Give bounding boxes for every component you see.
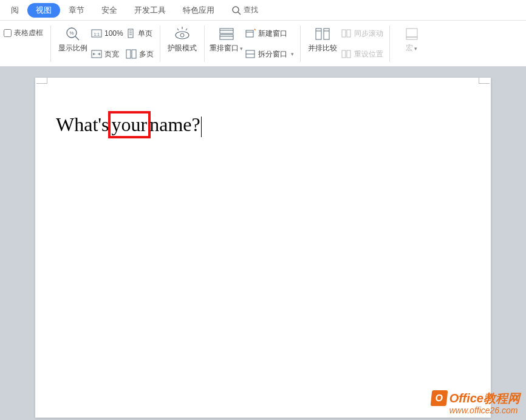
tab-view[interactable]: 视图 <box>27 3 60 18</box>
checkbox-icon[interactable] <box>4 29 12 37</box>
chevron-down-icon: ▾ <box>414 46 417 52</box>
svg-line-3 <box>75 36 79 40</box>
watermark-url: www.office26.com <box>449 406 520 415</box>
svg-rect-17 <box>220 35 233 39</box>
group-window: 重排窗口▾ * 新建窗口 拆分窗口▾ <box>205 23 300 64</box>
svg-text:*: * <box>254 29 256 33</box>
multi-page-label: 多页 <box>139 49 154 59</box>
highlighted-word: your <box>108 111 151 138</box>
svg-rect-16 <box>220 29 233 33</box>
rearrange-window-button[interactable]: 重排窗口▾ <box>210 23 244 62</box>
page-width-label: 页宽 <box>104 49 119 59</box>
split-window-label: 拆分窗口 <box>258 49 287 59</box>
rearrange-label: 重排窗口▾ <box>210 44 243 53</box>
chevron-down-icon: ▾ <box>291 51 294 57</box>
zoom-100-label: 100% <box>104 29 123 38</box>
svg-text:%: % <box>69 30 73 36</box>
svg-rect-29 <box>342 30 346 37</box>
tab-review[interactable]: 阅 <box>2 2 27 18</box>
macros-label: 宏▾ <box>406 44 417 53</box>
split-window-button[interactable]: 拆分窗口▾ <box>244 46 295 62</box>
search-icon <box>231 5 241 15</box>
svg-point-0 <box>233 7 239 13</box>
margin-marker-left <box>36 78 47 84</box>
macros-button[interactable]: 宏▾ <box>395 23 429 62</box>
svg-point-14 <box>176 32 189 39</box>
svg-rect-26 <box>324 29 329 39</box>
tab-devtools[interactable]: 开发工具 <box>126 2 174 18</box>
svg-rect-34 <box>406 37 417 39</box>
multi-page-button[interactable]: 多页 <box>125 46 155 62</box>
side-by-side-label: 并排比较 <box>308 44 337 52</box>
new-window-button[interactable]: * 新建窗口 <box>244 25 295 41</box>
side-by-side-icon <box>314 24 331 44</box>
reset-position-button: 重设位置 <box>340 46 384 62</box>
page-width-button[interactable]: 页宽 <box>90 46 125 62</box>
new-window-icon: * <box>245 29 256 38</box>
text-part-3: name? <box>149 113 200 135</box>
chevron-down-icon: ▾ <box>240 46 243 52</box>
search-label: 查找 <box>244 5 258 15</box>
svg-rect-33 <box>406 29 417 37</box>
page-width-icon <box>91 49 102 59</box>
tab-security[interactable]: 安全 <box>93 2 126 18</box>
sync-scroll-icon <box>341 29 352 38</box>
eye-icon <box>173 24 191 44</box>
reset-position-label: 重设位置 <box>354 49 383 59</box>
svg-rect-12 <box>126 50 131 58</box>
side-by-side-button[interactable]: 并排比较 <box>306 23 340 62</box>
group-compare: 并排比较 同步滚动 重设位置 <box>301 23 389 64</box>
svg-point-15 <box>180 33 184 37</box>
svg-rect-25 <box>316 29 321 39</box>
svg-line-1 <box>238 12 241 15</box>
svg-rect-8 <box>128 29 133 38</box>
search-button[interactable]: 查找 <box>231 5 258 15</box>
zoom-100-button[interactable]: 1:1 100% <box>90 25 125 41</box>
group-eyemode: 护眼模式 <box>160 23 204 64</box>
zoom-ratio-label: 显示比例 <box>58 44 87 52</box>
group-zoom: % 显示比例 1:1 100% 页宽 单页 多页 <box>51 23 160 64</box>
sync-scroll-button: 同步滚动 <box>340 25 384 41</box>
document-text[interactable]: What's your name? <box>56 111 202 138</box>
one-to-one-icon: 1:1 <box>91 29 102 38</box>
office-logo-icon: O <box>430 390 448 406</box>
single-page-label: 单页 <box>138 29 152 39</box>
magnifier-icon: % <box>64 24 81 44</box>
compare-options-col: 同步滚动 重设位置 <box>340 23 384 62</box>
margin-marker-right <box>479 78 490 84</box>
zoom-ratio-button[interactable]: % 显示比例 <box>56 23 90 62</box>
svg-rect-32 <box>347 50 350 58</box>
document-area: What's your name? <box>0 67 526 420</box>
menubar: 阅 视图 章节 安全 开发工具 特色应用 查找 <box>0 0 526 21</box>
new-window-label: 新建窗口 <box>258 29 287 39</box>
multi-page-icon <box>126 49 137 59</box>
watermark-title: Office教程网 <box>449 392 520 405</box>
zoom-options-col1: 1:1 100% 页宽 <box>90 23 125 62</box>
eye-mode-label: 护眼模式 <box>168 44 197 52</box>
group-macros: 宏▾ <box>390 23 434 64</box>
group-gridlines: 表格虚框 <box>1 23 50 64</box>
sync-scroll-label: 同步滚动 <box>354 29 383 39</box>
text-part-2: your <box>112 113 148 135</box>
svg-rect-13 <box>132 50 136 58</box>
svg-rect-31 <box>342 50 346 58</box>
tab-chapter[interactable]: 章节 <box>60 2 93 18</box>
rearrange-icon <box>218 24 235 44</box>
eye-mode-button[interactable]: 护眼模式 <box>165 23 199 62</box>
macros-icon <box>404 24 420 44</box>
single-page-button[interactable]: 单页 <box>125 25 155 41</box>
single-page-icon <box>126 29 135 38</box>
reset-position-icon <box>341 49 352 59</box>
table-grid-checkbox[interactable]: 表格虚框 <box>4 28 43 38</box>
tab-special[interactable]: 特色应用 <box>174 2 223 18</box>
document-page[interactable]: What's your name? <box>35 78 491 418</box>
ribbon: 表格虚框 % 显示比例 1:1 100% 页宽 单页 <box>0 21 526 67</box>
window-options-col: * 新建窗口 拆分窗口▾ <box>244 23 295 62</box>
text-cursor <box>201 117 202 137</box>
zoom-options-col2: 单页 多页 <box>125 23 155 62</box>
watermark: O Office教程网 www.office26.com <box>431 390 520 415</box>
table-grid-label: 表格虚框 <box>14 28 43 38</box>
svg-text:1:1: 1:1 <box>94 32 100 36</box>
svg-rect-30 <box>347 30 350 37</box>
svg-rect-20 <box>246 30 253 37</box>
